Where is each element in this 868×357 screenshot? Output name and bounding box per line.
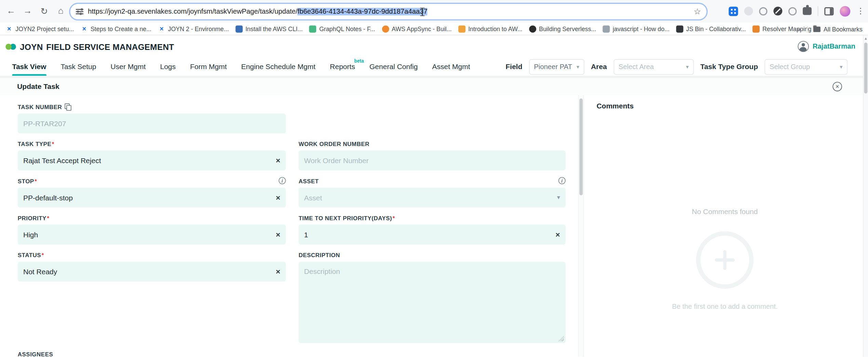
extension-icon-blue[interactable]: [729, 6, 738, 16]
joyn-logo-icon: [5, 43, 16, 50]
app-brand: JOYNFIELD SERVICE MANAGEMENT: [20, 42, 174, 51]
bookmark-favicon: [752, 25, 760, 32]
required-asterisk: *: [35, 177, 37, 184]
info-icon[interactable]: i: [279, 177, 286, 184]
nav-tab[interactable]: Logs: [160, 57, 176, 76]
extension-icon-1[interactable]: [744, 6, 753, 15]
form-scrollbar[interactable]: [578, 95, 584, 357]
info-icon[interactable]: i: [558, 177, 566, 184]
nav-tab[interactable]: Asset Mgmt: [432, 57, 470, 76]
chevron-down-icon: ▾: [835, 64, 842, 70]
nav-tab-label: User Mgmt: [111, 63, 146, 71]
nav-tab-label: Logs: [160, 63, 176, 71]
user-menu[interactable]: RajatBarman: [798, 41, 855, 52]
nav-tab[interactable]: Task View: [12, 57, 46, 76]
bookmark-item[interactable]: Install the AWS CLI...: [235, 25, 303, 32]
update-task-page: Update Task × TASK NUMBER PP-RTAR207 TAS…: [0, 78, 863, 357]
toolbar-separator: [818, 6, 818, 16]
bookmark-favicon: ×: [158, 25, 165, 32]
task-number-input[interactable]: PP-RTAR207: [18, 114, 286, 133]
extension-icon-3[interactable]: [788, 7, 797, 15]
time-to-next-priority-field: TIME TO NEXT PRIORITY(DAYS)* 1 ×: [299, 214, 566, 244]
bookmark-label: JOYN2 Project setu...: [15, 25, 74, 32]
url-text[interactable]: https://joyn2-qa.sevenlakes.com/joynfsm/…: [88, 8, 427, 16]
chevron-down-icon: ▾: [572, 64, 579, 70]
clear-icon[interactable]: ×: [276, 194, 280, 201]
side-panel-icon[interactable]: [824, 7, 834, 15]
home-icon[interactable]: ⌂: [53, 3, 68, 19]
clear-icon[interactable]: ×: [276, 231, 280, 239]
task-type-group-filter-select[interactable]: Select Group ▾: [764, 59, 847, 74]
bookmark-label: Building Serverless...: [539, 25, 596, 32]
nav-tab-label: Form Mgmt: [190, 63, 227, 71]
bookmark-item[interactable]: GraphQL Notes - F...: [309, 25, 375, 32]
asset-select[interactable]: Asset ▾: [299, 187, 566, 207]
address-bar[interactable]: https://joyn2-qa.sevenlakes.com/joynfsm/…: [70, 4, 706, 19]
page-scrollbar[interactable]: ▲: [863, 36, 868, 357]
stop-input[interactable]: PP-default-stop ×: [18, 187, 286, 207]
bookmark-favicon: [235, 25, 243, 32]
bookmark-item[interactable]: JS Bin - Collaborativ...: [676, 25, 746, 32]
browser-menu-icon[interactable]: ⋮: [856, 6, 865, 16]
extension-icon-blocker[interactable]: [773, 6, 782, 15]
bookmark-item[interactable]: Introduction to AW...: [458, 25, 523, 32]
description-label: DESCRIPTION: [299, 251, 340, 258]
work-order-label: WORK ORDER NUMBER: [299, 140, 369, 147]
nav-tab[interactable]: Engine Schedule Mgmt: [241, 57, 315, 76]
scroll-up-icon[interactable]: ▲: [864, 37, 868, 40]
nav-tab[interactable]: General Config: [369, 57, 418, 76]
bookmark-star-icon[interactable]: ☆: [694, 6, 701, 16]
required-asterisk: *: [42, 251, 44, 258]
clear-icon[interactable]: ×: [276, 157, 280, 164]
browser-profile-avatar[interactable]: [840, 6, 850, 16]
bookmark-favicon: ×: [5, 25, 13, 32]
bookmark-item[interactable]: × JOYN2 Project setu...: [5, 25, 74, 32]
bookmark-item[interactable]: Building Serverless...: [529, 25, 596, 32]
back-icon[interactable]: ←: [3, 3, 19, 19]
clear-icon[interactable]: ×: [276, 268, 280, 276]
bookmark-label: JS Bin - Collaborativ...: [686, 25, 746, 32]
time-to-next-priority-input[interactable]: 1 ×: [299, 225, 566, 244]
bookmark-item[interactable]: × Steps to Create a ne...: [81, 25, 151, 32]
bookmark-item[interactable]: javascript - How do...: [603, 25, 669, 32]
work-order-input[interactable]: [304, 150, 549, 170]
field-filter-select[interactable]: Pioneer PAT ▾: [529, 59, 584, 74]
nav-tabs: Task View Task Setup User Mgmt Logs: [12, 57, 470, 76]
description-textarea[interactable]: [299, 262, 566, 343]
close-icon[interactable]: ×: [832, 82, 842, 91]
bookmarks-overflow-icon[interactable]: »: [797, 25, 801, 33]
form-scrollbar-thumb[interactable]: [579, 98, 583, 195]
priority-input[interactable]: High ×: [18, 225, 286, 244]
required-asterisk: *: [393, 214, 395, 221]
nav-tab[interactable]: Form Mgmt: [190, 57, 227, 76]
forward-icon[interactable]: →: [20, 3, 35, 19]
no-comments-text: No Comments found: [595, 208, 855, 216]
nav-tab-label: General Config: [369, 63, 418, 71]
chevron-down-icon[interactable]: ▾: [557, 195, 560, 201]
bookmark-item[interactable]: × JOYN 2 - Environme...: [158, 25, 229, 32]
nav-tab[interactable]: User Mgmt: [111, 57, 146, 76]
status-input[interactable]: Not Ready ×: [18, 262, 286, 281]
extension-icon-2[interactable]: [759, 7, 767, 15]
nav-tab[interactable]: Reports beta: [330, 57, 355, 76]
reload-icon[interactable]: ↻: [37, 3, 52, 19]
copy-icon[interactable]: [65, 103, 71, 110]
asset-label: ASSET: [299, 177, 319, 184]
clear-icon[interactable]: ×: [556, 231, 560, 239]
toolbar-extensions-area: ⋮: [729, 3, 865, 19]
nav-tab[interactable]: Task Setup: [60, 57, 96, 76]
bookmark-item[interactable]: AWS AppSync - Buil...: [382, 25, 452, 32]
nav-tab-label: Engine Schedule Mgmt: [241, 63, 315, 71]
all-bookmarks-button[interactable]: All Bookmarks: [807, 26, 863, 32]
area-filter-select[interactable]: Select Area ▾: [613, 59, 694, 74]
username-label: RajatBarman: [813, 43, 855, 51]
browser-window: ← → ↻ ⌂ https://joyn2-qa.sevenlakes.com/…: [0, 0, 868, 357]
bookmark-favicon: ×: [81, 25, 88, 32]
extensions-puzzle-icon[interactable]: [803, 7, 812, 15]
page-scrollbar-thumb[interactable]: [864, 43, 868, 94]
site-settings-icon[interactable]: [76, 8, 84, 15]
asset-field: ASSET i Asset ▾: [299, 177, 566, 208]
task-type-input[interactable]: Rajat Test Accept Reject ×: [18, 150, 286, 170]
bookmarks-bar: × JOYN2 Project setu... × Steps to Creat…: [0, 23, 868, 35]
field-filter-label: Field: [505, 63, 522, 71]
